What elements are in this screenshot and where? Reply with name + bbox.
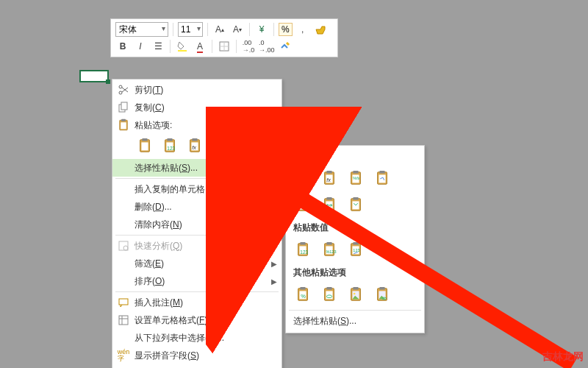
svg-rect-10 bbox=[121, 122, 126, 129]
menu-label: 剪切(T) bbox=[135, 84, 163, 96]
format-painter2-icon[interactable] bbox=[278, 39, 293, 54]
svg-rect-52 bbox=[379, 171, 384, 174]
menu-quick-analysis: 快速分析(Q) bbox=[112, 237, 282, 255]
svg-rect-30 bbox=[267, 138, 272, 141]
svg-rect-42 bbox=[299, 174, 306, 183]
svg-point-4 bbox=[119, 91, 122, 94]
menu-label: 排序(O) bbox=[135, 275, 165, 288]
svg-rect-56 bbox=[299, 201, 306, 209]
paste-option-formulas[interactable]: fx bbox=[184, 135, 205, 156]
pinyin-icon: wén字 bbox=[117, 349, 130, 362]
paste-special-submenu: 粘贴 fx %fx 粘贴数值 123 %123 123 其他粘贴选项 % 选择性… bbox=[285, 145, 425, 333]
sub-values-number[interactable]: %123 bbox=[318, 238, 340, 261]
submenu-arrow-icon: ▶ bbox=[271, 260, 277, 268]
svg-rect-55 bbox=[300, 197, 305, 200]
align-icon[interactable]: ☰ bbox=[151, 39, 165, 54]
svg-rect-9 bbox=[121, 119, 126, 121]
watermark: 吉林龙网 bbox=[542, 350, 584, 364]
bold-icon[interactable]: B bbox=[115, 39, 130, 54]
sub-values-source[interactable]: 123 bbox=[345, 238, 367, 261]
menu-insert-comment[interactable]: 插入批注(M) bbox=[112, 294, 282, 311]
sub-linked-picture[interactable] bbox=[371, 283, 393, 305]
sub-formulas[interactable]: fx bbox=[318, 167, 340, 189]
font-size-select[interactable]: 11 bbox=[178, 22, 203, 37]
mini-toolbar: 宋体 11 A▴ A▾ ¥ % , B I ☰ A .00→.0 .0→.00 bbox=[110, 18, 338, 57]
sub-formatting[interactable]: % bbox=[292, 283, 314, 305]
sub-picture[interactable] bbox=[345, 283, 367, 305]
format-painter-icon[interactable] bbox=[313, 22, 328, 37]
fill-color-icon[interactable] bbox=[175, 39, 190, 54]
paste-option-link[interactable] bbox=[259, 135, 280, 156]
menu-show-pinyin[interactable]: wén字 显示拼音字段(S) bbox=[112, 347, 282, 364]
svg-rect-41 bbox=[300, 171, 305, 174]
menu-cut[interactable]: 剪切(T) bbox=[112, 81, 282, 99]
submenu-section-other: 其他粘贴选项 bbox=[286, 263, 424, 282]
svg-text:%: % bbox=[301, 293, 306, 300]
menu-label: 筛选(E) bbox=[135, 258, 164, 270]
percent-format-icon[interactable]: % bbox=[279, 23, 293, 36]
menu-define-name[interactable]: 定义名称(A)... bbox=[112, 364, 282, 368]
menu-label: 插入复制的单元格 bbox=[135, 183, 205, 196]
svg-point-5 bbox=[119, 85, 122, 88]
menu-paste-special[interactable]: 选择性粘贴(S)... ▶ bbox=[112, 159, 282, 177]
svg-rect-53 bbox=[379, 174, 385, 183]
comment-icon bbox=[117, 296, 130, 309]
menu-clear[interactable]: 清除内容(N) bbox=[112, 216, 282, 233]
paste-option-paste[interactable] bbox=[135, 135, 155, 156]
menu-label: 删除(D)... bbox=[135, 201, 172, 213]
sub-values[interactable]: 123 bbox=[292, 238, 314, 261]
menu-insert-copied[interactable]: 插入复制的单元格 bbox=[112, 180, 282, 198]
svg-rect-72 bbox=[353, 242, 358, 245]
svg-rect-26 bbox=[242, 138, 247, 141]
font-name-select[interactable]: 宋体 bbox=[115, 22, 168, 37]
sub-link[interactable] bbox=[318, 283, 340, 305]
borders-icon[interactable] bbox=[217, 39, 232, 54]
svg-rect-76 bbox=[300, 287, 305, 290]
context-menu: 剪切(T) 复制(C) 粘贴选项: 123 fx % 选择性粘贴(S)... ▶… bbox=[112, 79, 282, 368]
menu-filter[interactable]: 筛选(E) ▶ bbox=[112, 255, 282, 272]
sub-col-width[interactable] bbox=[318, 194, 340, 216]
submenu-paste-special[interactable]: 选择性粘贴(S)... bbox=[286, 312, 424, 330]
svg-rect-84 bbox=[353, 287, 358, 290]
paste-option-formatting[interactable]: % bbox=[234, 135, 255, 156]
menu-copy[interactable]: 复制(C) bbox=[112, 99, 282, 116]
sub-formulas-number[interactable]: %fx bbox=[345, 167, 367, 189]
svg-rect-61 bbox=[353, 197, 358, 200]
submenu-arrow-icon: ▶ bbox=[271, 164, 277, 172]
decrease-font-icon[interactable]: A▾ bbox=[230, 22, 245, 37]
copy-icon bbox=[117, 101, 130, 114]
menu-label: 插入批注(M) bbox=[135, 297, 183, 309]
menu-pick-from-list[interactable]: 从下拉列表中选择(K)... bbox=[112, 329, 282, 347]
paste-option-values[interactable]: 123 bbox=[159, 135, 180, 156]
increase-font-icon[interactable]: A▴ bbox=[212, 22, 227, 37]
svg-rect-64 bbox=[300, 242, 305, 245]
sub-paste[interactable] bbox=[292, 167, 314, 189]
menu-label: 粘贴选项: bbox=[135, 119, 172, 132]
currency-icon[interactable]: ¥ bbox=[254, 22, 269, 37]
comma-format-icon[interactable]: , bbox=[295, 22, 310, 37]
menu-label: 从下拉列表中选择(K)... bbox=[135, 332, 224, 344]
submenu-arrow-icon: ▶ bbox=[271, 277, 277, 286]
svg-rect-68 bbox=[326, 242, 331, 245]
svg-text:fx: fx bbox=[326, 177, 331, 183]
selected-cell[interactable] bbox=[79, 70, 109, 82]
menu-format-cells[interactable]: 设置单元格格式(F)... bbox=[112, 311, 282, 329]
menu-sort[interactable]: 排序(O) ▶ bbox=[112, 272, 282, 290]
menu-label: 快速分析(Q) bbox=[135, 240, 182, 252]
svg-text:123: 123 bbox=[167, 146, 175, 151]
sub-no-borders[interactable] bbox=[292, 194, 314, 216]
submenu-section-paste: 粘贴 bbox=[286, 147, 424, 166]
menu-delete[interactable]: 删除(D)... bbox=[112, 198, 282, 216]
sub-keep-source[interactable] bbox=[371, 167, 393, 189]
sub-transpose[interactable] bbox=[345, 194, 367, 216]
increase-decimal-icon[interactable]: .00→.0 bbox=[241, 39, 256, 54]
svg-point-34 bbox=[123, 246, 128, 250]
paste-option-transpose[interactable] bbox=[209, 135, 230, 156]
italic-icon[interactable]: I bbox=[133, 39, 148, 54]
paste-options-row: 123 fx % bbox=[112, 134, 282, 159]
decrease-decimal-icon[interactable]: .0→.00 bbox=[259, 39, 275, 54]
font-color-icon[interactable]: A bbox=[193, 39, 207, 54]
svg-rect-35 bbox=[119, 299, 128, 305]
svg-text:%123: %123 bbox=[326, 250, 336, 254]
svg-rect-36 bbox=[119, 316, 128, 325]
